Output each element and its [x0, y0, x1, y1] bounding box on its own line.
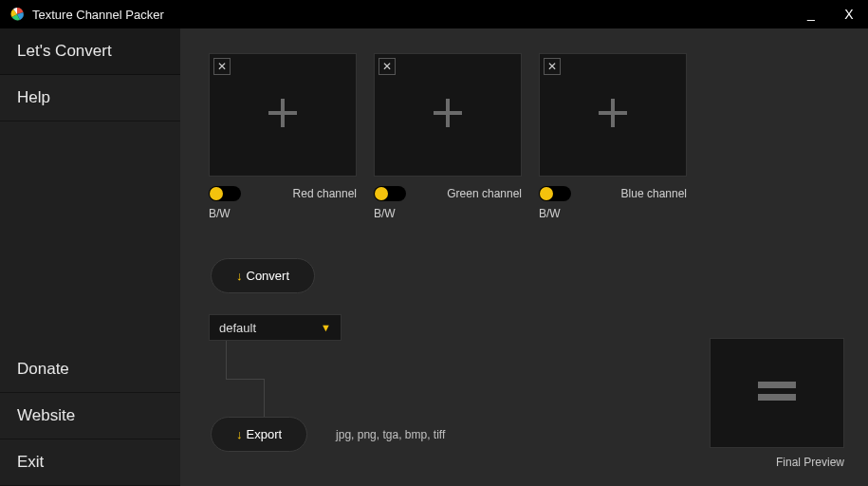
sidebar-bottom: Donate Website Exit	[0, 346, 180, 486]
plus-icon	[430, 95, 466, 135]
bw-label: B/W	[209, 207, 357, 220]
main: Let's Convert Help Donate Website Exit	[0, 28, 868, 486]
toggle-knob	[540, 187, 553, 200]
close-button[interactable]: X	[830, 0, 868, 28]
channel-green: ✕ Green channel B/W	[374, 53, 522, 220]
sidebar-top: Let's Convert Help	[0, 28, 180, 346]
channel-blue: ✕ Blue channel B/W	[539, 53, 687, 220]
sidebar-item-exit[interactable]: Exit	[0, 439, 180, 486]
channel-meta: Green channel	[374, 186, 522, 201]
sidebar-item-label: Website	[17, 406, 75, 424]
channel-label: Green channel	[447, 187, 522, 200]
sidebar-item-website[interactable]: Website	[0, 393, 180, 439]
app-title: Texture Channel Packer	[32, 8, 164, 22]
bw-label: B/W	[539, 207, 687, 220]
arrow-down-icon: ↓	[236, 427, 243, 441]
export-label: Export	[247, 427, 283, 441]
preview-box	[710, 338, 844, 448]
export-button[interactable]: ↓ Export	[211, 417, 307, 452]
chevron-down-icon: ▼	[321, 322, 331, 333]
sidebar-item-help[interactable]: Help	[0, 75, 180, 122]
plus-icon	[595, 95, 631, 135]
toggle-knob	[210, 187, 223, 200]
export-formats: jpg, png, tga, bmp, tiff	[336, 428, 445, 441]
sidebar: Let's Convert Help Donate Website Exit	[0, 28, 180, 486]
toggle-knob	[375, 187, 388, 200]
channels-row: ✕ Red channel B/W ✕	[209, 53, 868, 220]
channel-label: Blue channel	[621, 187, 687, 200]
sidebar-item-donate[interactable]: Donate	[0, 346, 180, 393]
minimize-button[interactable]: _	[792, 0, 830, 28]
clear-red-button[interactable]: ✕	[213, 58, 231, 75]
sidebar-item-convert[interactable]: Let's Convert	[0, 28, 180, 75]
sidebar-item-label: Exit	[17, 453, 44, 471]
sidebar-item-label: Help	[17, 88, 50, 106]
dropzone-green[interactable]: ✕	[374, 53, 522, 177]
toggle-red[interactable]	[209, 186, 241, 201]
close-icon: ✕	[547, 60, 557, 73]
connector-line	[226, 341, 264, 417]
channel-meta: Blue channel	[539, 186, 687, 201]
titlebar: Texture Channel Packer _ X	[0, 0, 868, 28]
convert-button[interactable]: ↓ Convert	[211, 258, 315, 293]
close-icon: ✕	[217, 60, 227, 73]
clear-blue-button[interactable]: ✕	[544, 58, 561, 75]
sidebar-item-label: Donate	[17, 360, 69, 378]
channel-meta: Red channel	[209, 186, 357, 201]
close-icon: ✕	[382, 60, 392, 73]
convert-label: Convert	[247, 269, 290, 283]
bw-label: B/W	[374, 207, 522, 220]
preview-label: Final Preview	[710, 456, 844, 469]
toggle-blue[interactable]	[539, 186, 571, 201]
channel-label: Red channel	[293, 187, 357, 200]
equals-icon	[758, 380, 796, 406]
preset-select[interactable]: default ▼	[209, 314, 342, 341]
plus-icon	[265, 95, 301, 135]
clear-green-button[interactable]: ✕	[379, 58, 396, 75]
svg-rect-1	[758, 382, 796, 388]
convert-wrap: ↓ Convert	[211, 258, 868, 293]
preset-value: default	[219, 321, 256, 335]
sidebar-item-label: Let's Convert	[17, 42, 112, 60]
channel-red: ✕ Red channel B/W	[209, 53, 357, 220]
window-controls: _ X	[792, 0, 868, 28]
dropzone-red[interactable]: ✕	[209, 53, 357, 177]
arrow-down-icon: ↓	[236, 269, 243, 283]
dropzone-blue[interactable]: ✕	[539, 53, 687, 177]
app-icon	[9, 7, 25, 22]
toggle-green[interactable]	[374, 186, 406, 201]
svg-rect-2	[758, 394, 796, 401]
preview: Final Preview	[710, 338, 844, 469]
content: ✕ Red channel B/W ✕	[180, 28, 868, 486]
